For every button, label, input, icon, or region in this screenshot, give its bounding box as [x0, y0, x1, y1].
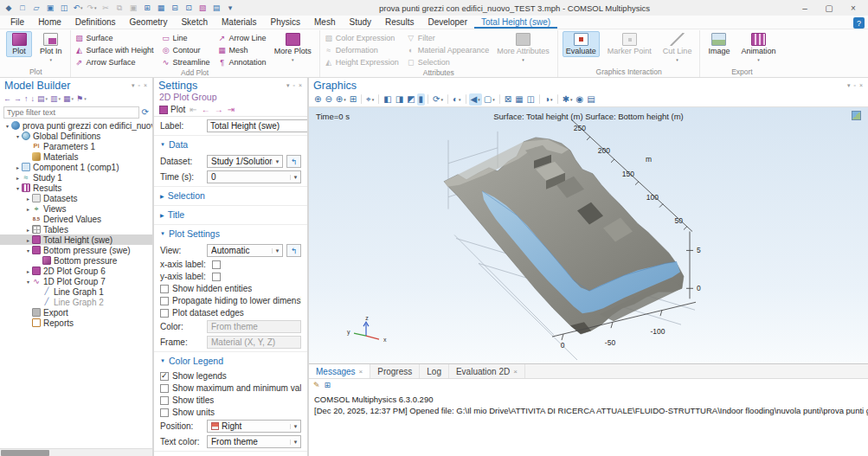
tree-item[interactable]: Derived Values [0, 214, 152, 224]
tree-item[interactable]: 1D Plot Group 7 [0, 276, 152, 286]
menu-tab[interactable]: Geometry [123, 16, 175, 29]
save-as-icon[interactable]: ◫ [58, 2, 70, 14]
redo-icon[interactable]: ↷ [86, 2, 98, 14]
graphics-tool-icon[interactable] [378, 94, 379, 104]
x-axis-checkbox[interactable] [212, 260, 221, 269]
text-color-select[interactable]: From theme ▼ [207, 435, 301, 448]
expand-all-icon[interactable]: ▦ [63, 94, 74, 103]
graphics-tool-icon[interactable] [557, 94, 558, 104]
panel-controls[interactable]: ▾ ▫ × [286, 82, 303, 89]
menu-tab[interactable]: File [3, 16, 31, 29]
settings-checkbox-row[interactable]: Propagate hiding to lower dimensions [160, 296, 301, 305]
help-button[interactable]: ? [853, 17, 865, 29]
show-options-icon[interactable]: ▤ [37, 94, 48, 103]
animation-button[interactable]: Animation ▾ [737, 31, 779, 66]
tree-item[interactable]: Total Height (swe) [0, 234, 152, 245]
surface-height-icon[interactable]: ◭ Surface with Height [75, 44, 154, 56]
expand-arrow-icon[interactable] [3, 123, 11, 129]
tree-item[interactable]: Bottom pressure [0, 255, 152, 266]
more-plots-button[interactable]: More Plots ▾ [271, 31, 315, 66]
plot-in-button[interactable]: Plot In ▾ [36, 31, 66, 66]
zoom-in-icon[interactable]: ⊕ [312, 93, 323, 106]
close-tab-icon[interactable]: × [359, 368, 363, 376]
tree-item[interactable]: Reports [0, 318, 152, 328]
build-mesh-icon[interactable]: ▦ [155, 2, 167, 14]
menu-tab[interactable]: Mesh [307, 16, 342, 29]
checkbox[interactable] [160, 384, 169, 393]
checkbox[interactable] [160, 396, 169, 405]
view-xy-plane-icon[interactable]: ◧ [382, 93, 393, 106]
menu-tab[interactable]: Sketch [174, 16, 215, 29]
tree-item[interactable]: Global Definitions [0, 131, 152, 141]
contour-icon[interactable]: ◎ Contour [162, 44, 210, 56]
tree-item[interactable]: Line Graph 1 [0, 286, 152, 297]
close-tab-icon[interactable]: × [513, 368, 518, 376]
go-to-view-icon[interactable]: ⌖ [364, 93, 376, 106]
save-icon[interactable]: ▣ [44, 2, 56, 14]
close-button[interactable]: × [841, 1, 865, 15]
maximize-button[interactable]: ▢ [817, 1, 841, 15]
clear-log-icon[interactable]: ✎ [313, 381, 320, 389]
menu-tab[interactable]: Materials [215, 16, 264, 29]
update-solution-icon[interactable]: ⊡ [183, 2, 195, 14]
section-color-legend[interactable]: ▼ Color Legend [154, 351, 307, 369]
mesh-icon[interactable]: ▦ Mesh [218, 44, 267, 56]
show-table-icon[interactable]: ▦ [513, 93, 524, 106]
graphics-tool-icon[interactable] [539, 94, 540, 104]
menu-tab[interactable]: Results [378, 16, 421, 29]
minimize-button[interactable]: – [793, 1, 817, 15]
annotation-icon[interactable]: ¶ Annotation [218, 56, 267, 68]
go-to-node-icon[interactable]: ⚑ [76, 94, 87, 103]
checkbox[interactable] [160, 285, 169, 293]
line-icon[interactable]: ▭ Line [162, 32, 210, 44]
time-select[interactable]: 0 ▼ [207, 170, 301, 183]
transparency-icon[interactable]: ◀ [469, 93, 482, 106]
cut-icon[interactable]: ✂ [100, 2, 112, 14]
plot-icon[interactable]: ▧ [196, 2, 209, 14]
tree-item[interactable]: Parameters 1 [0, 141, 152, 151]
section-plot-settings[interactable]: ▼ Plot Settings [154, 224, 307, 241]
expand-arrow-icon[interactable] [14, 133, 22, 139]
zoom-extents-icon[interactable]: ⊕ [334, 93, 348, 106]
settings-checkbox-row[interactable]: Show titles [160, 395, 301, 405]
expand-arrow-icon[interactable] [14, 185, 22, 191]
tree-item[interactable]: 2D Plot Group 6 [0, 266, 152, 276]
tree-item[interactable]: Study 1 [0, 172, 152, 183]
graphics-tool-icon[interactable] [466, 94, 466, 104]
next-plot-icon[interactable]: → [215, 105, 223, 114]
tree-item[interactable]: Views [0, 203, 152, 214]
expand-arrow-icon[interactable] [24, 279, 32, 285]
snapshot-icon[interactable]: ◉ [575, 93, 586, 106]
menu-tab[interactable]: Home [31, 16, 68, 29]
go-to-view-button[interactable]: ↰ [286, 244, 301, 257]
graphics-tool-icon[interactable] [499, 94, 500, 104]
tree-item[interactable]: Line Graph 2 [0, 297, 152, 307]
tree-item[interactable]: Results [0, 183, 152, 193]
section-title[interactable]: ▶ Title [154, 205, 307, 222]
streamline-icon[interactable]: ∿ Streamline [162, 56, 210, 68]
zoom-out-icon[interactable]: ⊖ [323, 93, 333, 106]
checkbox[interactable] [160, 297, 169, 305]
expand-arrow-icon[interactable] [24, 247, 32, 254]
zoom-box-icon[interactable]: ⊞ [348, 93, 358, 106]
checkbox[interactable] [160, 309, 169, 318]
app-icon[interactable]: ◆ [3, 2, 15, 14]
move-up-icon[interactable]: ↑ [24, 94, 29, 103]
menu-tab[interactable]: Physics [264, 16, 307, 29]
plot-button[interactable]: Plot [6, 31, 32, 57]
scene-light-icon[interactable]: ◐ [451, 93, 463, 106]
menu-tab[interactable]: Total Height (swe) [474, 16, 557, 29]
checkbox[interactable] [160, 372, 169, 381]
new-file-icon[interactable]: □ [16, 2, 29, 14]
menu-tab[interactable]: Developer [421, 16, 474, 29]
go-to-source-button[interactable]: ↰ [286, 155, 301, 168]
panel-controls[interactable]: ▾ ▫ × [847, 82, 864, 89]
section-number-format[interactable]: ▶ Number Format [154, 451, 307, 456]
panel-controls[interactable]: ▾ ▫ × [132, 82, 148, 89]
first-plot-icon[interactable]: ⇤ [190, 105, 196, 114]
messages-tab[interactable]: Messages × [309, 364, 370, 378]
graphics-canvas[interactable]: Time=0 s Surface: Total height (m) Surfa… [309, 106, 868, 363]
evaluate-table-icon[interactable]: ▤ [210, 2, 222, 14]
copy-icon[interactable]: ⧉ [113, 2, 125, 14]
arrow-surface-icon[interactable]: ⇗ Arrow Surface [75, 56, 154, 68]
